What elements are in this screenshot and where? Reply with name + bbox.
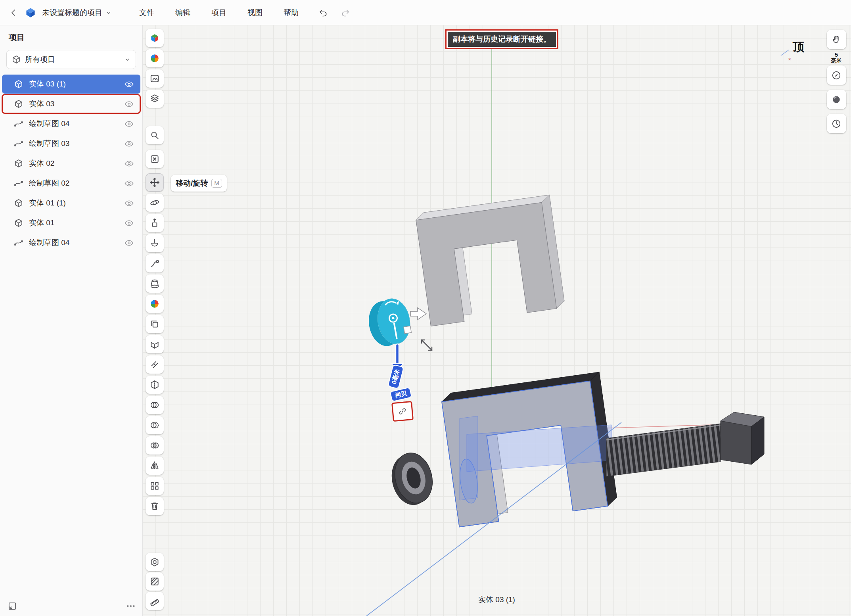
redo-button[interactable]	[338, 6, 353, 20]
paint-sphere-icon	[150, 299, 160, 309]
square-handle[interactable]	[404, 326, 411, 334]
item-sketch-03[interactable]: 绘制草图 03	[2, 134, 140, 153]
pattern-icon	[150, 481, 160, 491]
mirror-tool[interactable]	[146, 457, 164, 475]
item-body-01-copy[interactable]: 实体 01 (1)	[2, 194, 140, 213]
project-title-menu[interactable]: 未设置标题的项目	[42, 8, 112, 18]
views-button[interactable]	[146, 69, 164, 88]
search-button[interactable]	[146, 126, 164, 144]
menu-file[interactable]: 文件	[135, 5, 158, 20]
more-options-button[interactable]	[123, 599, 138, 613]
shading-mode-button[interactable]	[827, 90, 846, 109]
item-body-02[interactable]: 实体 02	[2, 154, 140, 173]
loft-tool[interactable]	[146, 274, 164, 293]
sketch-icon	[14, 119, 23, 129]
project-filter-dropdown[interactable]: 所有项目	[6, 50, 136, 69]
back-button[interactable]	[6, 6, 21, 20]
intersect-tool[interactable]	[146, 436, 164, 455]
section-tool[interactable]	[146, 572, 164, 591]
item-body-01[interactable]: 实体 01	[2, 213, 140, 232]
menu-view[interactable]: 视图	[243, 5, 266, 20]
sketch-icon	[14, 238, 23, 248]
item-sketch-04[interactable]: 绘制草图 04	[2, 114, 140, 133]
revolve-icon	[150, 238, 160, 248]
history-controls	[316, 6, 353, 20]
nut-tool[interactable]	[146, 553, 164, 571]
hatch-icon	[150, 576, 160, 587]
move-rotate-tool[interactable]	[146, 173, 164, 192]
detach-panel-button[interactable]	[5, 599, 20, 613]
revolve-tool[interactable]	[146, 234, 164, 252]
visibility-eye-icon[interactable]	[124, 238, 134, 248]
collapse-button[interactable]	[146, 150, 164, 168]
views-icon	[150, 73, 160, 84]
undo-button[interactable]	[316, 6, 330, 20]
union-tool[interactable]	[146, 396, 164, 414]
visibility-eye-icon[interactable]	[124, 198, 134, 208]
pattern-tool[interactable]	[146, 477, 164, 495]
copy-icon	[150, 319, 160, 329]
item-label: 绘制草图 04	[29, 119, 119, 129]
visibility-eye-icon[interactable]	[124, 159, 134, 169]
menu-project[interactable]: 项目	[207, 5, 230, 20]
orientation-button[interactable]	[827, 65, 846, 85]
visibility-eye-icon[interactable]	[124, 218, 134, 228]
extrude-tool[interactable]	[146, 214, 164, 232]
item-body-03[interactable]: 实体 03	[2, 94, 140, 113]
link-toggle-button[interactable]	[391, 401, 414, 422]
split-tool[interactable]	[146, 376, 164, 394]
layers-icon	[150, 94, 160, 104]
search-icon	[150, 130, 160, 140]
compass-icon	[831, 70, 841, 81]
visibility-eye-icon[interactable]	[124, 139, 134, 149]
view-orientation-gizmo[interactable]: 顶 ×	[782, 39, 817, 55]
chevron-down-icon	[105, 9, 112, 16]
item-body-03-copy[interactable]: 实体 03 (1)	[2, 75, 140, 94]
body-icon	[14, 159, 23, 168]
menu-help[interactable]: 帮助	[280, 5, 303, 20]
shell-tool[interactable]	[146, 335, 164, 353]
subtract-icon	[150, 420, 160, 430]
ellipsis-icon	[126, 601, 136, 611]
copy-tool[interactable]	[146, 315, 164, 333]
lateral-arrow-handle[interactable]	[410, 308, 426, 320]
item-label: 绘制草图 04	[29, 238, 119, 248]
visibility-eye-icon[interactable]	[124, 178, 134, 188]
delete-tool[interactable]	[146, 497, 164, 515]
toast-message: 副本将与历史记录断开链接。	[448, 32, 556, 47]
sketch-icon	[14, 178, 23, 188]
appearance-button[interactable]	[146, 49, 164, 67]
project-items-button[interactable]	[146, 29, 164, 47]
grid-size-value: 5	[831, 52, 841, 58]
item-sketch-02[interactable]: 绘制草图 02	[2, 174, 140, 193]
layers-button[interactable]	[146, 90, 164, 108]
offset-icon	[150, 359, 160, 370]
scale-tool[interactable]	[146, 194, 164, 212]
grid-size-indicator: 5 毫米	[831, 52, 841, 63]
ring-nut[interactable]	[386, 449, 438, 509]
viewport[interactable]: 移动/旋转 M 副本将与历史记录断开链接。 0毫米 拷贝 顶 × 5 毫米	[142, 25, 851, 616]
sweep-tool[interactable]	[146, 254, 164, 272]
subtract-tool[interactable]	[146, 416, 164, 434]
visibility-eye-icon[interactable]	[124, 99, 134, 109]
clamp-screw[interactable]	[606, 412, 764, 476]
tool-name: 移动/旋转	[176, 178, 208, 188]
menubar: 文件 编辑 项目 视图 帮助	[135, 5, 303, 20]
visibility-eye-icon[interactable]	[124, 79, 134, 89]
appearance-paint-tool[interactable]	[146, 295, 164, 313]
gizmo-x-mark: ×	[788, 56, 791, 62]
item-label: 实体 03 (1)	[29, 79, 119, 89]
menu-edit[interactable]: 编辑	[171, 5, 194, 20]
history-button[interactable]	[827, 114, 846, 133]
shell-icon	[150, 339, 160, 349]
visibility-eye-icon[interactable]	[124, 119, 134, 129]
measure-tool[interactable]	[146, 592, 164, 610]
item-label: 实体 01	[29, 218, 119, 228]
item-sketch-04b[interactable]: 绘制草图 04	[2, 233, 140, 252]
offset-tool[interactable]	[146, 355, 164, 374]
clamp-body-upper[interactable]	[415, 195, 565, 326]
utility-tools-group	[146, 553, 164, 610]
intersect-icon	[150, 440, 160, 451]
move-gizmo-cylinder[interactable]	[365, 296, 414, 349]
pan-tool-button[interactable]	[827, 30, 846, 49]
